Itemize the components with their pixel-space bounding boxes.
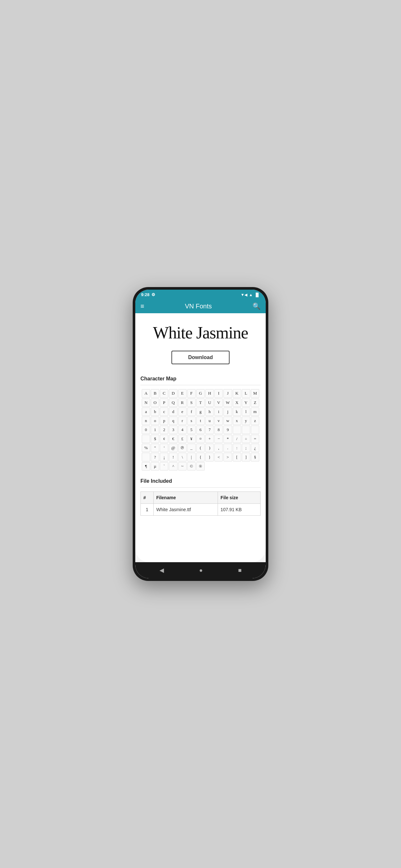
char-cell: G	[196, 389, 205, 398]
char-cell: ÷	[242, 435, 250, 443]
char-cell: "	[151, 444, 159, 452]
char-cell: Z	[251, 399, 259, 407]
recent-button[interactable]: ■	[233, 566, 247, 575]
char-cell: 0	[142, 426, 150, 434]
char-cell: %	[142, 444, 150, 452]
char-cell: H	[205, 389, 214, 398]
char-cell: ¡	[160, 453, 168, 461]
char-cell: n	[142, 416, 150, 425]
char-cell: u	[205, 416, 214, 425]
status-bar: 9:28 ⚙ ▼◀ ▲ ▐▌	[135, 290, 266, 299]
home-button[interactable]: ●	[194, 566, 208, 575]
char-cell: .	[223, 444, 232, 452]
menu-icon[interactable]: ≡	[141, 303, 144, 310]
status-right: ▼◀ ▲ ▐▌	[241, 292, 260, 297]
char-cell: h	[205, 407, 214, 416]
char-cell: I	[214, 389, 223, 398]
char-cell	[242, 426, 250, 434]
char-cell: q	[169, 416, 177, 425]
char-cell: D	[169, 389, 177, 398]
char-cell: ]	[242, 453, 250, 461]
char-cell: j	[223, 407, 232, 416]
battery-icon: ▐▌	[254, 292, 260, 297]
char-cell: P	[160, 399, 168, 407]
char-cell	[142, 453, 150, 461]
char-cell: $	[151, 435, 159, 443]
char-cell: c	[160, 407, 168, 416]
char-cell: +	[205, 435, 214, 443]
app-title: VN Fonts	[150, 303, 247, 310]
char-cell: s	[187, 416, 196, 425]
char-cell	[251, 426, 259, 434]
app-bar: ≡ VN Fonts 🔍	[135, 299, 266, 313]
character-map-section: Character Map ABCDEFGHIJKLMNOPQRSTUVWXYZ…	[135, 371, 266, 473]
char-cell: €	[169, 435, 177, 443]
col-header-filename: Filename	[154, 492, 218, 503]
char-cell: o	[151, 416, 159, 425]
file-included-title: File Included	[141, 478, 260, 484]
char-cell: )	[205, 444, 214, 452]
char-cell: W	[223, 399, 232, 407]
char-cell: £	[178, 435, 187, 443]
back-button[interactable]: ◀	[154, 565, 169, 575]
file-num: 1	[141, 503, 154, 516]
character-map-title: Character Map	[141, 376, 260, 382]
char-cell: ¿	[251, 444, 259, 452]
file-size: 107.91 KB	[218, 503, 260, 516]
character-grid: ABCDEFGHIJKLMNOPQRSTUVWXYZabcdefghijklmn…	[141, 389, 260, 470]
char-cell: §	[251, 453, 259, 461]
search-icon[interactable]: 🔍	[252, 302, 260, 310]
char-cell: k	[233, 407, 241, 416]
char-cell: 5	[187, 426, 196, 434]
char-cell: }	[205, 453, 214, 461]
char-cell: a	[142, 407, 150, 416]
char-cell: t	[196, 416, 205, 425]
col-header-num: #	[141, 492, 154, 503]
char-cell: T	[196, 399, 205, 407]
char-cell: B	[151, 389, 159, 398]
char-cell: r	[178, 416, 187, 425]
char-cell: 9	[223, 426, 232, 434]
char-cell: 8	[214, 426, 223, 434]
char-cell: 3	[169, 426, 177, 434]
char-cell: L	[242, 389, 250, 398]
char-cell: \	[178, 453, 187, 461]
char-cell	[142, 435, 150, 443]
char-cell: ?	[151, 453, 159, 461]
download-button[interactable]: Download	[172, 351, 229, 364]
char-cell: ¶	[142, 462, 150, 470]
char-cell: v	[214, 416, 223, 425]
signal-icon: ▲	[249, 292, 253, 297]
char-cell: ℗	[178, 444, 187, 452]
char-cell: 1	[151, 426, 159, 434]
char-cell: ¤	[196, 435, 205, 443]
char-cell: <	[214, 453, 223, 461]
char-cell: C	[160, 389, 168, 398]
wifi-icon: ▼◀	[241, 292, 247, 297]
char-cell: [	[233, 453, 241, 461]
char-cell: ~	[178, 462, 187, 470]
status-time: 9:28	[141, 292, 150, 297]
char-cell: X	[233, 399, 241, 407]
char-cell: (	[196, 444, 205, 452]
char-cell: y	[242, 416, 250, 425]
char-cell: /	[233, 435, 241, 443]
gear-icon: ⚙	[151, 292, 155, 297]
status-left: 9:28 ⚙	[141, 292, 155, 297]
char-cell: `	[160, 462, 168, 470]
character-map-divider	[141, 385, 260, 385]
file-divider	[141, 487, 260, 488]
font-name-display: White Jasmine	[153, 323, 248, 343]
char-cell: ©	[187, 462, 196, 470]
char-cell: ¥	[187, 435, 196, 443]
font-preview: White Jasmine Download	[135, 313, 266, 371]
char-cell: =	[251, 435, 259, 443]
char-cell: e	[178, 407, 187, 416]
char-cell: Y	[242, 399, 250, 407]
char-cell: 4	[178, 426, 187, 434]
nav-bar: ◀ ● ■	[135, 562, 266, 578]
char-cell: 2	[160, 426, 168, 434]
char-cell: b	[151, 407, 159, 416]
char-cell: g	[196, 407, 205, 416]
char-cell: >	[223, 453, 232, 461]
